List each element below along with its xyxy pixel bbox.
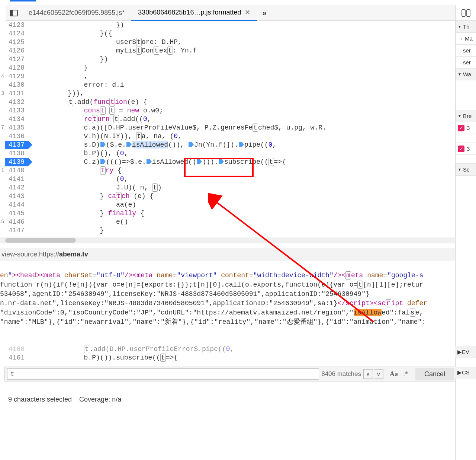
line-number[interactable]: 4140 — [5, 166, 28, 175]
code-text[interactable]: } catch (e) { — [28, 192, 455, 201]
line-number[interactable]: 4125 — [5, 38, 28, 47]
tab-inactive[interactable]: e144c605522fc069f095.9855.js* — [22, 5, 131, 21]
close-icon[interactable]: ✕ — [245, 8, 250, 16]
line-number[interactable]: 4123 — [5, 21, 28, 29]
code-line[interactable]: 4133 const t = new o.w0; — [0, 106, 455, 115]
breakpoint-item[interactable]: ✓3 — [456, 122, 476, 134]
raw-source-line[interactable]: "divisionCode":0,"isoCountryCode":"JP","… — [0, 308, 476, 317]
line-number[interactable]: 4124 — [5, 29, 28, 38]
code-text[interactable]: t.add(function(e) { — [28, 98, 455, 106]
code-line[interactable]: 4138 b.P)(), (0, — [0, 149, 455, 158]
regex-toggle[interactable]: .* — [400, 370, 412, 378]
line-number[interactable]: 4141 — [5, 175, 28, 183]
code-text[interactable]: s.D)($.e.isAllowed()), Jn(Yn.f)]).pipe((… — [28, 141, 455, 149]
sidebar-item[interactable]: ser — [456, 45, 476, 57]
code-line[interactable]: 44129 , — [0, 72, 455, 81]
line-number[interactable]: 4127 — [5, 55, 28, 64]
line-number[interactable]: 4138 — [5, 149, 28, 158]
sidebar-item-main[interactable]: →Ma — [456, 33, 476, 45]
line-number[interactable]: 4133 — [5, 106, 28, 115]
code-line[interactable]: 4130 error: d.i — [0, 81, 455, 89]
code-text[interactable]: J.U)(_n, t) — [28, 183, 455, 192]
split-panes-icon[interactable] — [456, 5, 476, 21]
code-line[interactable]: 4132 t.add(function(e) { — [0, 98, 455, 106]
code-text[interactable]: aa(e) — [28, 201, 455, 209]
tab-active[interactable]: 330b60646825b16…p.js:formatted ✕ — [131, 5, 257, 21]
sidebar-item[interactable]: ser — [456, 57, 476, 68]
sidebar-section[interactable]: ▶CS — [455, 367, 476, 378]
source-code-panel[interactable]: 4123 })4124 }({4125 userStore: D.HP,4126… — [0, 21, 455, 243]
line-number[interactable]: 4143 — [5, 192, 28, 201]
line-number[interactable]: 4129 — [5, 72, 28, 81]
sidebar-section-breakpoints[interactable]: ▼Bre — [456, 110, 476, 122]
code-line[interactable]: 4134 return t.add((0, — [0, 115, 455, 124]
raw-source-line[interactable]: function r(n){if(!e[n]){var o=e[n]={expo… — [0, 280, 476, 290]
breakpoint-line-number[interactable]: 4137 — [5, 141, 28, 149]
navigator-toggle-icon[interactable] — [9, 9, 18, 17]
source-code-panel-lower[interactable]: 4160 t.add(D.HP.userProfileError$.pipe((… — [0, 345, 455, 365]
code-line[interactable]: 4127 }) — [0, 55, 455, 64]
code-text[interactable]: myListContext: Yn.f — [28, 47, 455, 55]
line-number[interactable]: 4134 — [5, 115, 28, 124]
checkbox-icon[interactable]: ✓ — [458, 146, 464, 152]
tab-overflow-icon[interactable]: » — [257, 9, 271, 17]
match-case-toggle[interactable]: Aa — [388, 370, 400, 378]
line-number[interactable]: 4132 — [5, 98, 28, 106]
line-number[interactable]: 4160 — [5, 345, 28, 354]
code-line[interactable]: 4142 J.U)(_n, t) — [0, 183, 455, 192]
code-line[interactable]: 4144 aa(e) — [0, 201, 455, 209]
code-text[interactable]: (0, — [28, 175, 455, 183]
code-line[interactable]: 4124 }({ — [0, 29, 455, 38]
code-text[interactable]: }({ — [28, 29, 455, 38]
view-source-content[interactable]: en"><head><meta charSet="utf-8"/><meta n… — [0, 271, 476, 336]
line-number[interactable]: 4142 — [5, 183, 28, 192]
code-line[interactable]: 4123 }) — [0, 21, 455, 29]
code-line[interactable]: 4147 } — [0, 226, 455, 235]
code-line[interactable]: 4137 s.D)($.e.isAllowed()), Jn(Yn.f)]).p… — [0, 141, 455, 149]
sidebar-section-threads[interactable]: ▼Th — [456, 21, 476, 33]
code-text[interactable]: b.P)(), (0, — [28, 149, 455, 158]
code-text[interactable]: } — [28, 226, 455, 235]
line-number[interactable]: 4136 — [5, 132, 28, 141]
raw-source-line[interactable]: "name":"MLB"},{"id":"newarrival","name":… — [0, 317, 476, 327]
sidebar-section[interactable]: ▶EV — [455, 346, 476, 358]
code-line[interactable]: 4128 } — [0, 64, 455, 72]
code-text[interactable]: b.P)()).subscribe((t=>{ — [28, 354, 455, 362]
code-line[interactable]: 14140 try { — [0, 166, 455, 175]
code-line[interactable]: 4143 } catch (e) { — [0, 192, 455, 201]
code-line[interactable]: 4125 userStore: D.HP, — [0, 38, 455, 47]
code-line[interactable]: 74135 c.a)([D.HP.userProfileValue$, P.Z.… — [0, 124, 455, 132]
code-line[interactable]: 34131 })), — [0, 89, 455, 98]
code-text[interactable]: c.a)([D.HP.userProfileValue$, P.Z.genres… — [28, 124, 455, 132]
code-line[interactable]: 4126 myListContext: Yn.f — [0, 47, 455, 55]
cancel-button[interactable]: Cancel — [415, 368, 454, 380]
code-text[interactable]: }) — [28, 21, 455, 29]
sidebar-section-scope[interactable]: ▼Sc — [456, 164, 476, 176]
code-text[interactable]: try { — [28, 166, 455, 175]
line-number[interactable]: 4128 — [5, 64, 28, 72]
code-text[interactable]: error: d.i — [28, 81, 455, 89]
code-line[interactable]: 4136 v.h)(N.IY)), ta, na, (0, — [0, 132, 455, 141]
raw-source-line[interactable]: en"><head><meta charSet="utf-8"/><meta n… — [0, 271, 476, 280]
breakpoint-item[interactable]: ✓3 — [456, 143, 476, 155]
code-line[interactable]: 4160 t.add(D.HP.userProfileError$.pipe((… — [0, 345, 455, 354]
search-input[interactable] — [7, 368, 319, 380]
breakpoint-line-number[interactable]: 4139 — [5, 158, 28, 166]
code-text[interactable]: , — [28, 72, 455, 81]
line-number[interactable]: 4146 — [5, 218, 28, 226]
code-text[interactable]: v.h)(N.IY)), ta, na, (0, — [28, 132, 455, 141]
code-text[interactable]: C.z)((()=>$.e.isAllowed()))).subscribe((… — [28, 158, 455, 166]
code-text[interactable]: userStore: D.HP, — [28, 38, 455, 47]
code-text[interactable]: })), — [28, 89, 455, 98]
line-number[interactable]: 4161 — [5, 354, 28, 362]
line-number[interactable]: 4135 — [5, 124, 28, 132]
code-text[interactable]: return t.add((0, — [28, 115, 455, 124]
line-number[interactable]: 4131 — [5, 89, 28, 98]
raw-source-line[interactable]: 534058",agentID:"254630949",licenseKey:"… — [0, 290, 476, 299]
code-line[interactable]: 54146 e() — [0, 218, 455, 226]
line-number[interactable]: 4147 — [5, 226, 28, 235]
code-line[interactable]: 4139 C.z)((()=>$.e.isAllowed()))).subscr… — [0, 158, 455, 166]
sidebar-section-watch[interactable]: ▼Wa — [456, 68, 476, 80]
code-text[interactable]: const t = new o.w0; — [28, 106, 455, 115]
prev-match-icon[interactable]: ∧ — [363, 369, 373, 379]
